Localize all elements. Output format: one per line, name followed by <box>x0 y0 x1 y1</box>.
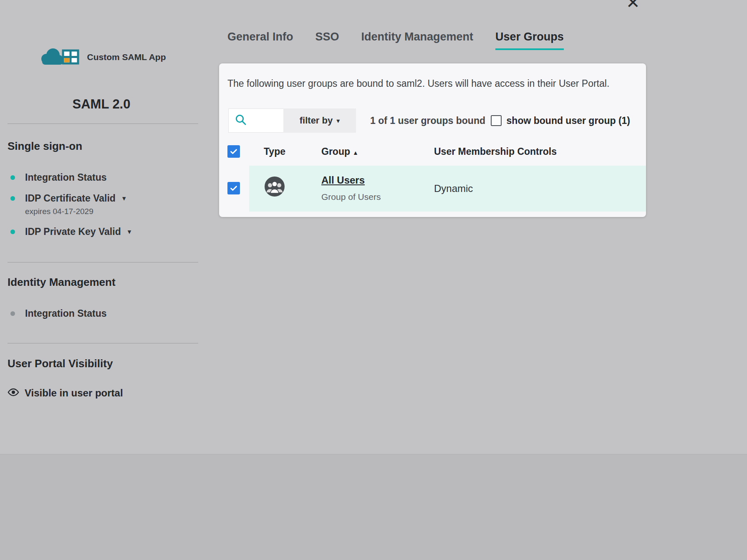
sso-integration-status: Integration Status <box>10 172 107 183</box>
tab-user-groups[interactable]: User Groups <box>495 30 564 50</box>
status-dot-icon <box>10 311 15 316</box>
search-icon <box>235 114 247 128</box>
custom-saml-app-icon <box>37 45 82 69</box>
group-name-link[interactable]: All Users <box>321 174 365 186</box>
chevron-down-icon: ▾ <box>122 194 126 203</box>
search-filter-combo: filter by ▾ <box>228 108 356 133</box>
row-checkbox[interactable] <box>227 182 240 194</box>
show-bound-label[interactable]: show bound user group (1) <box>507 115 630 126</box>
membership-value: Dynamic <box>434 183 473 194</box>
sso-section-heading: Single sign-on <box>8 140 82 153</box>
show-bound-checkbox[interactable] <box>491 115 502 126</box>
divider <box>8 343 198 343</box>
idp-private-key-status[interactable]: IDP Private Key Valid ▾ <box>10 226 131 237</box>
status-dot-icon <box>10 230 15 234</box>
show-bound-control: show bound user group (1) <box>491 115 630 126</box>
page-title: SAML 2.0 <box>0 97 203 112</box>
idp-certificate-status[interactable]: IDP Certificate Valid ▾ <box>10 193 126 204</box>
group-type-text: Group of Users <box>321 192 381 202</box>
user-group-avatar-icon <box>264 176 285 197</box>
column-header-membership: User Membership Controls <box>434 146 557 157</box>
search-box[interactable] <box>228 108 283 133</box>
tab-general-info[interactable]: General Info <box>227 30 293 50</box>
tab-bar: General Info SSO Identity Management Use… <box>227 30 564 50</box>
portal-section-heading: User Portal Visibility <box>8 357 113 370</box>
footer-bar: cancel save <box>0 454 747 560</box>
divider <box>8 262 198 262</box>
certificate-expiry-text: expires 04-17-2029 <box>25 207 93 216</box>
portal-visibility-status: Visible in user portal <box>8 387 123 399</box>
identity-section-heading: Identity Management <box>8 276 116 289</box>
panel-controls: filter by ▾ 1 of 1 user groups bound sho… <box>228 108 637 133</box>
chevron-down-icon: ▾ <box>336 117 340 125</box>
column-header-group[interactable]: Group▲ <box>321 146 358 157</box>
close-icon[interactable]: ✕ <box>626 0 640 11</box>
tab-identity-management[interactable]: Identity Management <box>361 30 474 50</box>
saml-app-modal: ✕ <box>0 0 747 560</box>
user-groups-panel: The following user groups are bound to s… <box>219 63 646 217</box>
sort-asc-icon: ▲ <box>353 149 358 156</box>
panel-description: The following user groups are bound to s… <box>227 78 609 89</box>
filter-by-dropdown[interactable]: filter by ▾ <box>283 108 356 133</box>
tab-sso[interactable]: SSO <box>315 30 339 50</box>
app-logo-label: Custom SAML App <box>87 52 166 62</box>
column-header-type: Type <box>264 146 285 157</box>
search-input[interactable] <box>250 115 279 126</box>
identity-integration-status: Integration Status <box>10 308 107 319</box>
eye-icon <box>8 388 19 399</box>
bound-count-text: 1 of 1 user groups bound <box>370 115 485 126</box>
divider <box>8 124 198 124</box>
status-dot-icon <box>10 175 15 180</box>
app-logo: Custom SAML App <box>0 45 203 69</box>
status-dot-icon <box>10 196 15 201</box>
chevron-down-icon: ▾ <box>128 227 131 236</box>
select-all-checkbox[interactable] <box>227 145 240 158</box>
